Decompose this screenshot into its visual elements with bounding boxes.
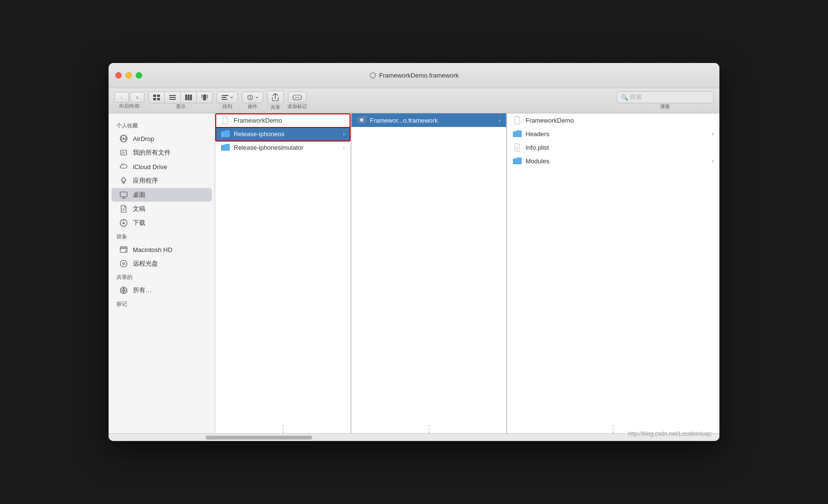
col1-framework-demo-file[interactable]: FrameworkDemo (215, 113, 350, 127)
folder-blue-icon3 (513, 129, 522, 138)
title-text: FrameworkDemo.framework (379, 72, 459, 79)
actions-icon (242, 92, 263, 103)
sidebar-item-remote-disc[interactable]: 远程光盘 (111, 257, 212, 270)
close-button[interactable] (115, 72, 122, 79)
actions-group: 操作 (242, 92, 263, 110)
scrollbar-thumb[interactable] (206, 436, 312, 440)
arrange-button[interactable] (217, 92, 238, 103)
list-view-button[interactable] (165, 92, 181, 103)
icloud-label: iCloud Drive (133, 163, 167, 171)
main-content: 个人收藏 AirDrop (109, 113, 719, 433)
search-icon: 🔍 (621, 94, 628, 101)
remote-disc-label: 远程光盘 (133, 259, 158, 268)
actions-button[interactable] (242, 92, 263, 103)
arrange-icon (217, 92, 238, 103)
col2-resize-handle[interactable]: ⋮ (425, 425, 433, 433)
svg-rect-20 (120, 192, 127, 197)
svg-rect-31 (516, 149, 518, 150)
sidebar-item-apps[interactable]: 应用程序 (111, 174, 212, 188)
svg-rect-10 (201, 94, 203, 98)
col1-resize-handle[interactable]: ⋮ (279, 425, 287, 433)
file-icon (221, 116, 230, 125)
svg-rect-14 (222, 97, 226, 98)
window-title: FrameworkDemo.framework (369, 72, 459, 79)
sidebar-item-macintosh[interactable]: Macintosh HD (111, 243, 212, 256)
browser-area: FrameworkDemo Release-iphoneos › (215, 113, 719, 433)
svg-rect-12 (207, 94, 208, 98)
downloads-label: 下载 (133, 219, 145, 227)
svg-rect-0 (153, 94, 156, 97)
docs-label: 文稿 (133, 205, 145, 213)
maximize-button[interactable] (136, 72, 142, 79)
devices-section-label: 设备 (109, 230, 215, 242)
search-label: 搜索 (660, 103, 670, 110)
bookmark-label: 添加标记 (287, 103, 307, 110)
all-files-icon (119, 148, 128, 157)
cover-flow-button[interactable] (197, 92, 212, 103)
titlebar: FrameworkDemo.framework (109, 63, 719, 88)
col1-release-iphonesimulator[interactable]: Release-iphonesimulator › (215, 141, 350, 154)
desktop-icon (119, 190, 128, 199)
macintosh-label: Macintosh HD (133, 246, 173, 253)
col3-framework-demo-file[interactable]: FrameworkDemo (507, 113, 719, 127)
drive-icon (119, 245, 128, 254)
folder-blue-icon (221, 129, 230, 138)
col3-info-plist-label: Info.plist (525, 144, 714, 151)
sidebar-item-desktop[interactable]: 桌面 (111, 188, 212, 202)
col1-framework-demo-label: FrameworkDemo (234, 117, 345, 124)
col2-chevron: › (499, 118, 500, 123)
all-files-label: 我的所有文件 (133, 148, 171, 157)
sidebar-item-downloads[interactable]: 下载 (111, 216, 212, 230)
col3-modules-label: Modules (525, 158, 708, 165)
search-box[interactable]: 🔍 搜索 (617, 91, 714, 103)
nav-group: ‹ › 向后/向前 (114, 92, 144, 110)
svg-rect-13 (222, 95, 228, 96)
display-label: 显示 (176, 103, 186, 110)
col3-headers[interactable]: Headers › (507, 127, 719, 141)
col3-framework-demo-label: FrameworkDemo (525, 117, 714, 124)
bookmark-button[interactable] (288, 92, 306, 103)
col1-release-iphoneos-label: Release-iphoneos (234, 130, 339, 138)
sidebar-item-docs[interactable]: 文稿 (111, 202, 212, 216)
back-button[interactable]: ‹ (114, 92, 129, 103)
globe-icon (119, 286, 128, 295)
arrange-group: 排列 (217, 92, 238, 110)
svg-point-24 (125, 251, 126, 252)
bookmark-group: 添加标记 (287, 92, 307, 110)
col3-info-plist[interactable]: Info.plist (507, 141, 719, 154)
sidebar-item-airdrop[interactable]: AirDrop (111, 132, 212, 145)
svg-rect-29 (516, 147, 519, 147)
sidebar-item-icloud[interactable]: iCloud Drive (111, 160, 212, 173)
svg-rect-1 (157, 94, 160, 97)
icon-view-button[interactable] (149, 92, 165, 103)
folder-blue-icon4 (513, 157, 522, 165)
browser-column-3: FrameworkDemo Headers › (507, 113, 719, 433)
nav-label: 向后/向前 (119, 103, 140, 110)
col1-release-iphoneos[interactable]: Release-iphoneos › (215, 127, 350, 141)
shield-icon (369, 72, 376, 79)
watermark: http://blog.csdn.net/LocationIuqc (628, 430, 712, 437)
share-icon (268, 91, 283, 104)
col1-chevron1: › (343, 131, 345, 137)
col2-framework[interactable]: Framewor...o.framework › (351, 113, 506, 127)
search-placeholder: 搜索 (630, 93, 642, 101)
svg-rect-15 (222, 99, 227, 100)
share-label: 共享 (271, 104, 280, 111)
forward-button[interactable]: › (130, 92, 144, 103)
tags-section-label: 标记 (109, 298, 215, 310)
col3-resize-handle[interactable]: ⋮ (609, 425, 618, 433)
finder-window: FrameworkDemo.framework ‹ › 向后/向前 (109, 63, 719, 441)
col1-release-iphonesimulator-label: Release-iphonesimulator (234, 144, 339, 151)
sidebar-item-all-files[interactable]: 我的所有文件 (111, 146, 212, 159)
sidebar-item-shared[interactable]: 所有… (111, 284, 212, 297)
svg-rect-30 (516, 148, 518, 149)
col3-headers-label: Headers (525, 130, 708, 138)
toolbar: ‹ › 向后/向前 (109, 88, 719, 113)
col3-modules[interactable]: Modules › (507, 154, 719, 168)
column-view-button[interactable] (181, 92, 197, 103)
svg-rect-9 (190, 94, 192, 100)
share-button[interactable] (267, 91, 284, 104)
arrange-label: 排列 (223, 103, 232, 110)
svg-point-27 (123, 263, 124, 264)
minimize-button[interactable] (126, 72, 132, 79)
